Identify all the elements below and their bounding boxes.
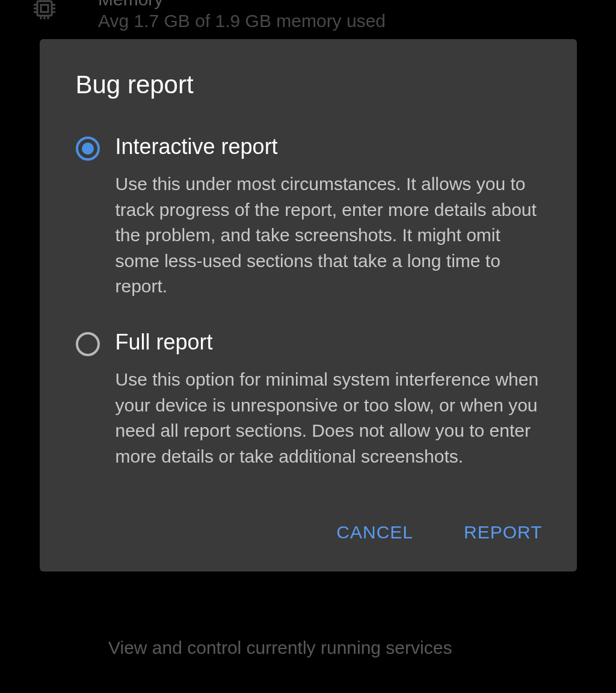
option-description: Use this under most circumstances. It al…: [116, 171, 541, 300]
bug-report-dialog: Bug report Interactive report Use this u…: [40, 39, 577, 571]
radio-button-unselected[interactable]: [76, 332, 100, 356]
full-report-option[interactable]: Full report Use this option for minimal …: [40, 330, 577, 469]
report-button[interactable]: REPORT: [457, 511, 549, 553]
option-description: Use this option for minimal system inter…: [116, 367, 541, 469]
dialog-title: Bug report: [40, 70, 577, 99]
dialog-overlay: Bug report Interactive report Use this u…: [0, 0, 616, 693]
option-title: Full report: [116, 330, 541, 355]
radio-button-selected[interactable]: [76, 137, 100, 161]
option-title: Interactive report: [116, 134, 541, 159]
interactive-report-option[interactable]: Interactive report Use this under most c…: [40, 134, 577, 300]
cancel-button[interactable]: CANCEL: [329, 511, 420, 553]
dialog-actions: CANCEL REPORT: [40, 499, 577, 553]
